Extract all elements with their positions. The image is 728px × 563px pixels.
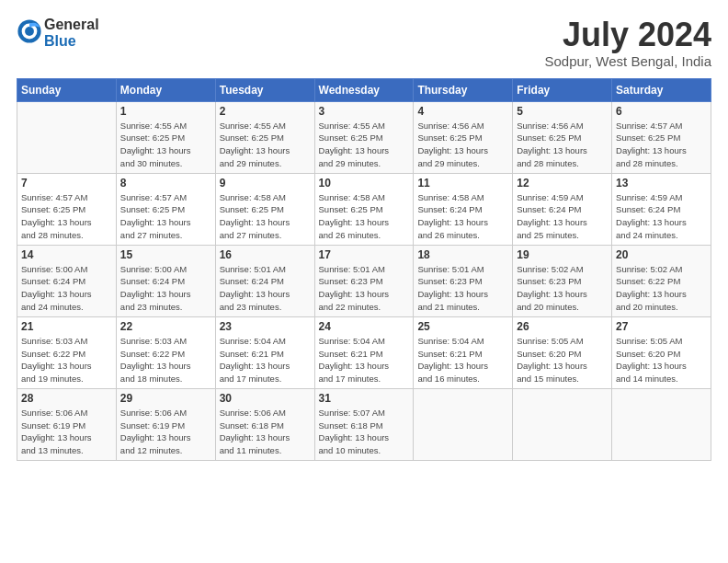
calendar-cell: 1Sunrise: 4:55 AM Sunset: 6:25 PM Daylig… (116, 101, 215, 173)
calendar-cell: 24Sunrise: 5:04 AM Sunset: 6:21 PM Dayli… (314, 316, 414, 388)
day-number: 11 (417, 177, 508, 190)
day-info: Sunrise: 5:03 AM Sunset: 6:22 PM Dayligh… (120, 335, 211, 385)
logo-text: General Blue (44, 17, 99, 49)
day-number: 22 (120, 320, 211, 333)
page-container: General Blue July 2024 Sodpur, West Beng… (0, 0, 728, 563)
calendar-week-row: 28Sunrise: 5:06 AM Sunset: 6:19 PM Dayli… (17, 388, 711, 460)
day-number: 6 (616, 105, 707, 118)
logo: General Blue (17, 17, 99, 49)
calendar-cell: 25Sunrise: 5:04 AM Sunset: 6:21 PM Dayli… (414, 316, 513, 388)
day-info: Sunrise: 5:04 AM Sunset: 6:21 PM Dayligh… (220, 335, 311, 385)
day-info: Sunrise: 4:57 AM Sunset: 6:25 PM Dayligh… (120, 191, 211, 242)
calendar-header-sunday: Sunday (17, 78, 117, 101)
calendar-cell: 30Sunrise: 5:06 AM Sunset: 6:18 PM Dayli… (215, 388, 314, 460)
day-info: Sunrise: 5:05 AM Sunset: 6:20 PM Dayligh… (517, 335, 608, 385)
day-number: 28 (21, 392, 112, 405)
svg-point-2 (25, 27, 34, 36)
day-info: Sunrise: 4:55 AM Sunset: 6:25 PM Dayligh… (220, 120, 311, 170)
day-info: Sunrise: 5:01 AM Sunset: 6:23 PM Dayligh… (319, 263, 410, 314)
calendar-cell: 15Sunrise: 5:00 AM Sunset: 6:24 PM Dayli… (116, 245, 215, 316)
day-info: Sunrise: 5:03 AM Sunset: 6:22 PM Dayligh… (21, 335, 112, 385)
day-number: 20 (616, 248, 707, 261)
day-info: Sunrise: 5:00 AM Sunset: 6:24 PM Dayligh… (120, 263, 211, 314)
calendar-cell: 10Sunrise: 4:58 AM Sunset: 6:25 PM Dayli… (314, 173, 414, 245)
day-number: 24 (319, 320, 410, 333)
day-number: 29 (120, 392, 211, 405)
day-info: Sunrise: 4:56 AM Sunset: 6:25 PM Dayligh… (517, 120, 608, 170)
day-info: Sunrise: 5:02 AM Sunset: 6:22 PM Dayligh… (616, 263, 707, 314)
calendar-cell: 21Sunrise: 5:03 AM Sunset: 6:22 PM Dayli… (17, 316, 117, 388)
calendar-cell (612, 388, 711, 460)
day-info: Sunrise: 4:56 AM Sunset: 6:25 PM Dayligh… (417, 120, 508, 170)
day-info: Sunrise: 5:06 AM Sunset: 6:19 PM Dayligh… (21, 407, 112, 457)
calendar-cell: 8Sunrise: 4:57 AM Sunset: 6:25 PM Daylig… (116, 173, 215, 245)
day-info: Sunrise: 4:57 AM Sunset: 6:25 PM Dayligh… (616, 120, 707, 170)
calendar-header-tuesday: Tuesday (215, 78, 314, 101)
calendar-cell: 12Sunrise: 4:59 AM Sunset: 6:24 PM Dayli… (513, 173, 612, 245)
day-number: 26 (517, 320, 608, 333)
day-number: 31 (319, 392, 410, 405)
day-number: 8 (120, 177, 211, 190)
day-info: Sunrise: 4:58 AM Sunset: 6:25 PM Dayligh… (319, 191, 410, 242)
day-info: Sunrise: 5:04 AM Sunset: 6:21 PM Dayligh… (417, 335, 508, 385)
day-info: Sunrise: 4:55 AM Sunset: 6:25 PM Dayligh… (120, 120, 211, 170)
day-info: Sunrise: 4:55 AM Sunset: 6:25 PM Dayligh… (319, 120, 410, 170)
calendar-cell: 19Sunrise: 5:02 AM Sunset: 6:23 PM Dayli… (513, 245, 612, 316)
day-number: 30 (220, 392, 311, 405)
calendar-cell: 31Sunrise: 5:07 AM Sunset: 6:18 PM Dayli… (314, 388, 414, 460)
calendar-cell: 7Sunrise: 4:57 AM Sunset: 6:25 PM Daylig… (17, 173, 117, 245)
logo-icon (17, 18, 42, 44)
day-info: Sunrise: 5:01 AM Sunset: 6:23 PM Dayligh… (417, 263, 508, 314)
calendar-cell: 11Sunrise: 4:58 AM Sunset: 6:24 PM Dayli… (414, 173, 513, 245)
calendar-cell (414, 388, 513, 460)
day-info: Sunrise: 5:02 AM Sunset: 6:23 PM Dayligh… (517, 263, 608, 314)
day-number: 1 (120, 105, 211, 118)
day-info: Sunrise: 4:59 AM Sunset: 6:24 PM Dayligh… (517, 191, 608, 242)
calendar-header-saturday: Saturday (612, 78, 711, 101)
day-number: 23 (220, 320, 311, 333)
calendar-header-monday: Monday (116, 78, 215, 101)
calendar-cell: 23Sunrise: 5:04 AM Sunset: 6:21 PM Dayli… (215, 316, 314, 388)
day-info: Sunrise: 4:58 AM Sunset: 6:25 PM Dayligh… (220, 191, 311, 242)
calendar-cell: 29Sunrise: 5:06 AM Sunset: 6:19 PM Dayli… (116, 388, 215, 460)
day-number: 27 (616, 320, 707, 333)
day-info: Sunrise: 4:57 AM Sunset: 6:25 PM Dayligh… (21, 191, 112, 242)
day-info: Sunrise: 5:00 AM Sunset: 6:24 PM Dayligh… (21, 263, 112, 314)
day-number: 12 (517, 177, 608, 190)
day-number: 19 (517, 248, 608, 261)
day-info: Sunrise: 4:58 AM Sunset: 6:24 PM Dayligh… (417, 191, 508, 242)
day-number: 10 (319, 177, 410, 190)
day-info: Sunrise: 5:06 AM Sunset: 6:18 PM Dayligh… (220, 407, 311, 457)
day-number: 3 (319, 105, 410, 118)
day-number: 17 (319, 248, 410, 261)
calendar-cell: 28Sunrise: 5:06 AM Sunset: 6:19 PM Dayli… (17, 388, 117, 460)
calendar-cell: 9Sunrise: 4:58 AM Sunset: 6:25 PM Daylig… (215, 173, 314, 245)
calendar-week-row: 21Sunrise: 5:03 AM Sunset: 6:22 PM Dayli… (17, 316, 711, 388)
calendar-cell: 20Sunrise: 5:02 AM Sunset: 6:22 PM Dayli… (612, 245, 711, 316)
calendar-cell: 27Sunrise: 5:05 AM Sunset: 6:20 PM Dayli… (612, 316, 711, 388)
calendar-cell: 17Sunrise: 5:01 AM Sunset: 6:23 PM Dayli… (314, 245, 414, 316)
calendar-cell: 13Sunrise: 4:59 AM Sunset: 6:24 PM Dayli… (612, 173, 711, 245)
page-header: General Blue July 2024 Sodpur, West Beng… (17, 17, 711, 69)
calendar-cell: 6Sunrise: 4:57 AM Sunset: 6:25 PM Daylig… (612, 101, 711, 173)
month-title: July 2024 (544, 17, 711, 53)
calendar-header-thursday: Thursday (414, 78, 513, 101)
day-number: 7 (21, 177, 112, 190)
day-number: 5 (517, 105, 608, 118)
calendar-cell: 22Sunrise: 5:03 AM Sunset: 6:22 PM Dayli… (116, 316, 215, 388)
day-info: Sunrise: 5:06 AM Sunset: 6:19 PM Dayligh… (120, 407, 211, 457)
calendar-week-row: 14Sunrise: 5:00 AM Sunset: 6:24 PM Dayli… (17, 245, 711, 316)
calendar-cell: 14Sunrise: 5:00 AM Sunset: 6:24 PM Dayli… (17, 245, 117, 316)
calendar-header-friday: Friday (513, 78, 612, 101)
calendar-cell (17, 101, 117, 173)
day-number: 14 (21, 248, 112, 261)
day-number: 13 (616, 177, 707, 190)
calendar-table: SundayMondayTuesdayWednesdayThursdayFrid… (17, 78, 711, 461)
calendar-cell: 16Sunrise: 5:01 AM Sunset: 6:24 PM Dayli… (215, 245, 314, 316)
day-number: 25 (417, 320, 508, 333)
day-info: Sunrise: 5:05 AM Sunset: 6:20 PM Dayligh… (616, 335, 707, 385)
calendar-cell: 2Sunrise: 4:55 AM Sunset: 6:25 PM Daylig… (215, 101, 314, 173)
day-number: 16 (220, 248, 311, 261)
calendar-cell: 26Sunrise: 5:05 AM Sunset: 6:20 PM Dayli… (513, 316, 612, 388)
calendar-cell: 5Sunrise: 4:56 AM Sunset: 6:25 PM Daylig… (513, 101, 612, 173)
